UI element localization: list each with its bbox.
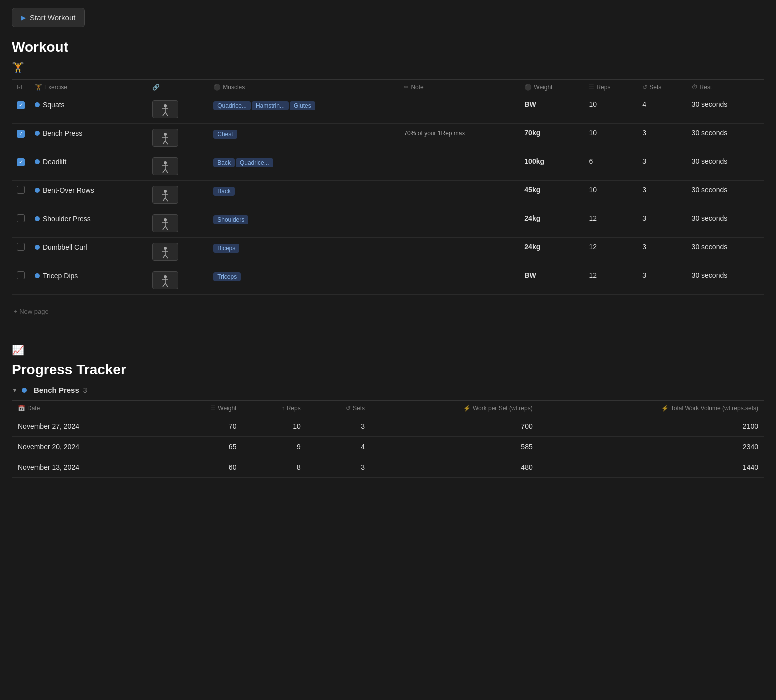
prog-col-total-work: ⚡Total Work Volume (wt.reps.sets) [539, 401, 764, 416]
exercise-weight-cell: 70kg [519, 124, 584, 152]
new-page-button[interactable]: + New page [12, 303, 51, 320]
muscle-tag: Hamstrin... [252, 101, 289, 110]
chevron-down-icon: ▼ [12, 387, 18, 394]
svg-point-25 [164, 218, 167, 221]
muscle-tag: Back [213, 187, 235, 196]
exercise-name: Tricep Dips [43, 272, 78, 280]
table-row: Tricep DipsTricepsBW12330 seconds [12, 266, 764, 295]
exercise-name: Shoulder Press [43, 215, 91, 223]
prog-work-per-set: 700 [371, 416, 539, 437]
exercise-sets-cell: 3 [637, 181, 686, 209]
table-row: DeadliftBackQuadrice...100kg6330 seconds [12, 152, 764, 181]
table-row: Bench PressChest70% of your 1Rep max70kg… [12, 124, 764, 152]
exercise-weight: 100kg [524, 157, 544, 165]
exercise-dot [35, 216, 40, 221]
exercise-name: Squats [43, 101, 65, 109]
exercise-name-cell: Squats [30, 95, 147, 124]
exercise-checkbox-cell[interactable] [12, 238, 30, 266]
muscle-tag: Quadrice... [236, 158, 273, 167]
muscle-tag: Biceps [213, 244, 239, 253]
progress-title: Progress Tracker [12, 362, 764, 378]
workout-table: ☑ 🏋Exercise 🔗 ⚫Muscles ✏Note ⚫Weight ☰R [12, 79, 764, 295]
exercise-thumbnail [152, 243, 178, 261]
exercise-dot [35, 159, 40, 164]
exercise-muscles-cell: Quadrice...Hamstrin...Glutes [208, 95, 399, 124]
prog-col-work-per-set: ⚡Work per Set (wt.reps) [371, 401, 539, 416]
exercise-rest-cell: 30 seconds [687, 124, 764, 152]
exercise-rest-cell: 30 seconds [687, 238, 764, 266]
col-checkbox: ☑ [12, 80, 30, 95]
prog-sets: 4 [307, 437, 371, 457]
exercise-thumbnail [152, 186, 178, 204]
exercise-dot [35, 102, 40, 107]
exercise-sets-cell: 3 [637, 209, 686, 238]
start-workout-button[interactable]: ▶ Start Workout [12, 8, 85, 27]
prog-sets: 3 [307, 457, 371, 478]
bench-press-group[interactable]: ▼ Bench Press 3 [12, 386, 764, 394]
exercise-note-cell: 70% of your 1Rep max [399, 124, 519, 152]
bench-press-label: Bench Press [34, 386, 79, 394]
exercise-checkbox[interactable] [17, 271, 25, 279]
exercise-name-cell: Dumbbell Curl [30, 238, 147, 266]
start-workout-label: Start Workout [30, 13, 75, 22]
exercise-thumb-cell [147, 266, 208, 295]
exercise-checkbox[interactable] [17, 130, 25, 138]
exercise-dot [35, 131, 40, 136]
exercise-reps-cell: 12 [584, 238, 637, 266]
exercise-weight: 45kg [524, 186, 540, 194]
exercise-note-cell [399, 152, 519, 181]
exercise-checkbox-cell[interactable] [12, 209, 30, 238]
exercise-weight: 24kg [524, 214, 540, 222]
exercise-checkbox-cell[interactable] [12, 266, 30, 295]
exercise-note-cell [399, 181, 519, 209]
muscle-tag: Chest [213, 130, 237, 139]
exercise-checkbox-cell[interactable] [12, 152, 30, 181]
exercise-reps-cell: 10 [584, 95, 637, 124]
exercise-weight-cell: 24kg [519, 209, 584, 238]
table-row: Dumbbell CurlBiceps24kg12330 seconds [12, 238, 764, 266]
prog-col-reps: ↑Reps [242, 401, 306, 416]
exercise-checkbox[interactable] [17, 158, 25, 166]
exercise-name: Dumbbell Curl [43, 243, 87, 251]
exercise-weight-cell: BW [519, 95, 584, 124]
col-reps: ☰Reps [584, 80, 637, 95]
exercise-sets-cell: 3 [637, 266, 686, 295]
exercise-sets-cell: 4 [637, 95, 686, 124]
exercise-thumbnail [152, 129, 178, 147]
exercise-checkbox[interactable] [17, 214, 25, 222]
exercise-checkbox[interactable] [17, 101, 25, 109]
svg-point-19 [164, 190, 167, 193]
prog-reps: 9 [242, 437, 306, 457]
exercise-rest-cell: 30 seconds [687, 181, 764, 209]
workout-icon: 🏋 [12, 61, 764, 73]
exercise-sets-cell: 3 [637, 238, 686, 266]
exercise-reps-cell: 6 [584, 152, 637, 181]
exercise-checkbox[interactable] [17, 243, 25, 251]
workout-title: Workout [12, 39, 764, 55]
exercise-dot [35, 188, 40, 193]
col-muscles: ⚫Muscles [208, 80, 399, 95]
exercise-muscles-cell: Back [208, 181, 399, 209]
prog-weight: 60 [164, 457, 242, 478]
workout-section: Workout 🏋 ☑ 🏋Exercise 🔗 ⚫Muscles ✏Note [12, 39, 764, 320]
exercise-note: 70% of your 1Rep max [404, 130, 465, 137]
prog-reps: 10 [242, 416, 306, 437]
svg-point-13 [164, 161, 167, 164]
exercise-thumb-cell [147, 152, 208, 181]
exercise-thumbnail [152, 100, 178, 118]
exercise-checkbox-cell[interactable] [12, 181, 30, 209]
exercise-weight: BW [524, 100, 536, 108]
exercise-checkbox-cell[interactable] [12, 124, 30, 152]
exercise-weight-cell: 100kg [519, 152, 584, 181]
exercise-thumbnail [152, 271, 178, 289]
svg-point-1 [164, 104, 167, 107]
exercise-thumb-cell [147, 124, 208, 152]
prog-weight: 65 [164, 437, 242, 457]
exercise-note-cell [399, 209, 519, 238]
exercise-note-cell [399, 95, 519, 124]
play-icon: ▶ [21, 14, 26, 21]
prog-reps: 8 [242, 457, 306, 478]
exercise-checkbox[interactable] [17, 186, 25, 194]
exercise-checkbox-cell[interactable] [12, 95, 30, 124]
exercise-name: Bent-Over Rows [43, 186, 94, 194]
